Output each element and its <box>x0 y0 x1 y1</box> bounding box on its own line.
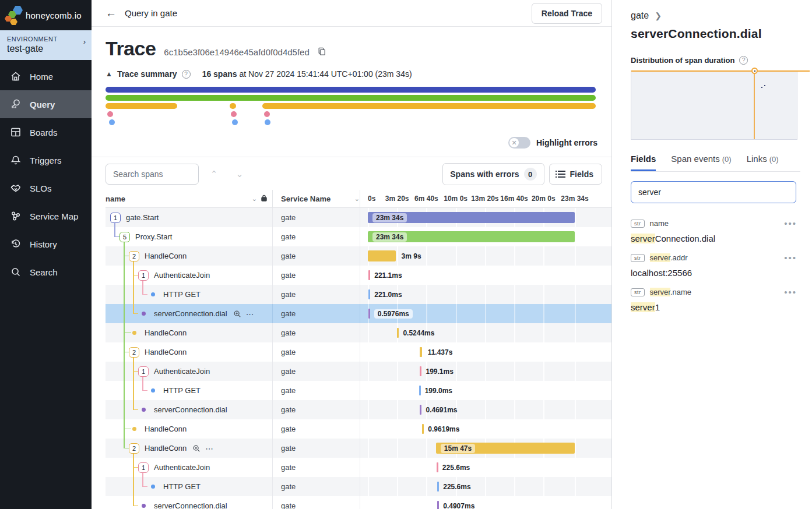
table-row[interactable]: HandleConngate0.9619ms <box>106 419 611 439</box>
chevron-down-icon[interactable]: ⌄ <box>252 195 257 203</box>
duration-distribution-chart[interactable] <box>631 70 797 140</box>
span-bar[interactable] <box>420 366 421 376</box>
sidebar-item-query[interactable]: Query <box>0 90 92 118</box>
table-row[interactable]: HTTP GETgate221.0ms <box>106 285 611 304</box>
sidebar-item-boards[interactable]: Boards <box>0 118 92 146</box>
main-panel: ← Query in gate Reload Trace Trace 6c1b5… <box>92 0 612 509</box>
table-row[interactable]: HTTP GETgate225.6ms <box>106 477 611 496</box>
tab-count: (0) <box>722 155 732 164</box>
service-column-header[interactable]: Service Name ⌄ <box>272 190 360 207</box>
gridline <box>514 362 515 381</box>
table-row[interactable]: 2HandleConngate3m 9s <box>106 246 611 266</box>
span-count-badge[interactable]: 1 <box>138 366 149 377</box>
tree-connector <box>124 242 125 448</box>
gridline <box>514 323 515 342</box>
sidebar-item-slos[interactable]: SLOs <box>0 174 92 202</box>
gridline <box>456 304 457 323</box>
tab-fields[interactable]: Fields <box>631 154 656 171</box>
table-row[interactable]: HandleConngate0.5244ms <box>106 323 611 342</box>
sidebar-item-home[interactable]: Home <box>0 62 92 90</box>
tab-span-events[interactable]: Span events(0) <box>671 154 731 171</box>
field-menu-icon[interactable]: ••• <box>784 287 797 297</box>
span-name: HTTP GET <box>163 482 201 491</box>
row-menu-icon[interactable]: ⋯ <box>205 444 214 453</box>
chevron-down-icon[interactable]: ⌄ <box>354 195 360 203</box>
span-count-badge[interactable]: 2 <box>129 443 139 454</box>
spans-with-errors-button[interactable]: Spans with errors 0 <box>442 163 544 185</box>
honeycomb-logo[interactable]: honeycomb.io <box>0 0 92 30</box>
table-row[interactable]: 1AuthenticateJoingate225.6ms <box>106 458 611 477</box>
sidebar-item-history[interactable]: History <box>0 230 92 258</box>
gridline <box>397 419 398 439</box>
span-name: HandleConn <box>145 252 187 260</box>
span-count-badge[interactable]: 1 <box>138 270 149 281</box>
next-match-button[interactable]: ⌄ <box>229 164 250 185</box>
span-bar[interactable] <box>437 482 439 492</box>
service-map-icon <box>10 210 22 222</box>
span-count-badge[interactable]: 2 <box>129 347 139 358</box>
span-count-badge[interactable]: 1 <box>110 213 121 223</box>
table-row[interactable]: 1AuthenticateJoingate221.1ms <box>106 266 611 285</box>
back-arrow-icon[interactable]: ← <box>106 7 117 20</box>
field-search-input[interactable] <box>631 181 796 203</box>
zoom-in-icon[interactable] <box>192 444 201 453</box>
gridline <box>485 304 486 323</box>
sidebar-item-search[interactable]: Search <box>0 258 92 286</box>
table-row[interactable]: serverConnection.dialgate0.4907ms <box>106 496 611 509</box>
span-bar[interactable] <box>420 405 421 415</box>
chevron-up-icon[interactable]: ▲ <box>106 70 113 78</box>
highlight-errors-toggle[interactable]: ✕ <box>508 137 530 149</box>
span-bar[interactable] <box>397 328 399 338</box>
topbar: ← Query in gate Reload Trace <box>92 0 611 27</box>
trace-summary-label[interactable]: Trace summary <box>117 69 177 79</box>
span-count-badge[interactable]: 2 <box>129 251 139 261</box>
table-row[interactable]: 2HandleConn⋯gate15m 47s <box>106 439 611 458</box>
row-menu-icon[interactable]: ⋯ <box>246 309 255 319</box>
span-bar[interactable] <box>368 309 370 319</box>
search-spans-input[interactable] <box>106 164 199 185</box>
gridline <box>397 439 398 458</box>
span-bar[interactable]: 23m 34s <box>368 212 575 223</box>
span-bar[interactable]: 15m 47s <box>436 443 575 454</box>
sidebar-item-triggers[interactable]: Triggers <box>0 146 92 174</box>
table-row[interactable]: serverConnection.dial⋯gate0.5976ms <box>106 304 611 323</box>
fields-button[interactable]: Fields <box>549 164 602 185</box>
trace-minimap[interactable] <box>106 87 596 125</box>
reload-trace-button[interactable]: Reload Trace <box>532 3 602 24</box>
search-icon <box>10 266 22 278</box>
copy-icon[interactable] <box>318 47 326 58</box>
name-column-header[interactable]: name ⌄ <box>106 195 272 203</box>
table-row[interactable]: 1gate.Startgate23m 34s <box>106 208 611 227</box>
help-icon[interactable]: ? <box>739 56 748 65</box>
span-bar[interactable] <box>368 250 396 261</box>
span-bar[interactable]: 23m 34s <box>368 231 575 242</box>
field-menu-icon[interactable]: ••• <box>784 218 797 228</box>
span-bar[interactable] <box>420 347 422 357</box>
errors-count-badge: 0 <box>524 168 537 181</box>
table-row[interactable]: 2HandleConngate11.437s <box>106 342 611 362</box>
environment-switcher[interactable]: ENVIRONMENT test-gate › <box>0 30 92 60</box>
sidebar-item-service-map[interactable]: Service Map <box>0 202 92 230</box>
span-bar[interactable] <box>437 501 439 509</box>
table-row[interactable]: 5Proxy.Startgate23m 34s <box>106 227 611 246</box>
breadcrumb-service[interactable]: gate <box>631 10 649 21</box>
table-row[interactable]: 1AuthenticateJoingate199.1ms <box>106 362 611 381</box>
minimap-row <box>106 111 596 117</box>
table-row[interactable]: HTTP GETgate199.0ms <box>106 381 611 400</box>
help-icon[interactable]: ? <box>182 70 191 79</box>
prev-match-button[interactable]: ⌃ <box>203 164 224 185</box>
span-count-badge[interactable]: 5 <box>119 232 130 242</box>
zoom-in-icon[interactable] <box>233 310 241 318</box>
span-bar[interactable] <box>368 270 370 280</box>
field-menu-icon[interactable]: ••• <box>784 253 797 263</box>
table-row[interactable]: serverConnection.dialgate0.4691ms <box>106 400 611 419</box>
gridline <box>456 266 457 285</box>
tab-links[interactable]: Links(0) <box>747 154 779 171</box>
span-bar[interactable] <box>419 386 421 395</box>
span-count-badge[interactable]: 1 <box>138 462 149 473</box>
span-bar[interactable] <box>368 289 370 299</box>
minimap-span-dot <box>107 111 113 117</box>
span-bar[interactable] <box>422 424 424 434</box>
span-bar[interactable] <box>437 462 438 472</box>
gridline <box>575 342 576 362</box>
